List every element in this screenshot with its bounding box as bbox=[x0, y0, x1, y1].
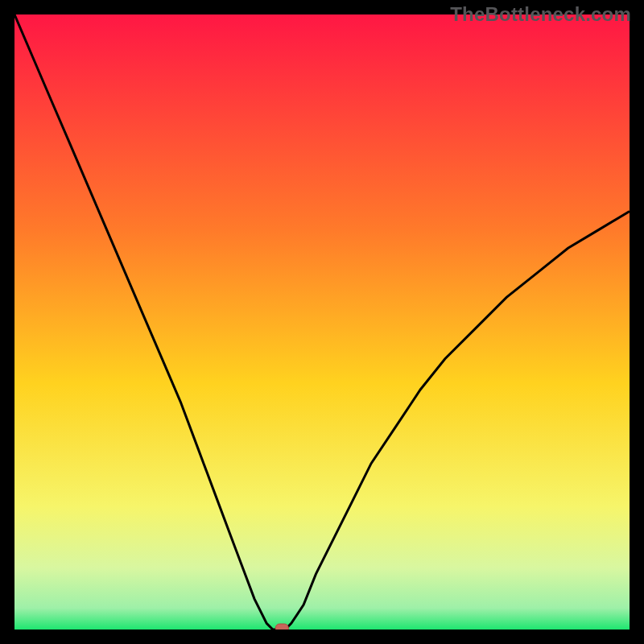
optimum-marker bbox=[275, 624, 288, 630]
plot-area bbox=[14, 14, 630, 630]
gradient-background bbox=[14, 14, 630, 630]
chart-svg bbox=[14, 14, 630, 630]
chart-frame: TheBottleneck.com bbox=[0, 0, 644, 644]
watermark-text: TheBottleneck.com bbox=[450, 3, 631, 26]
